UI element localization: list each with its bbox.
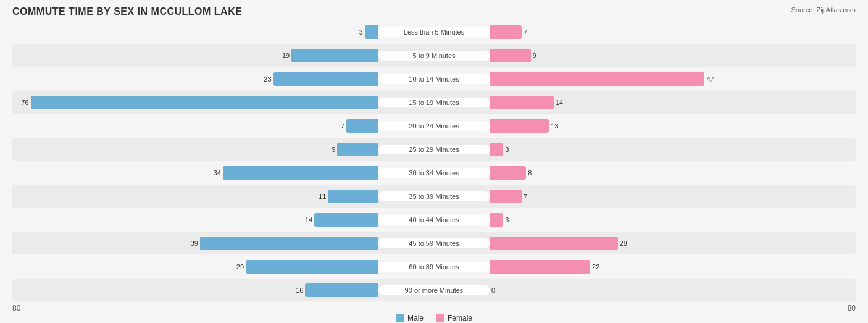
right-section-6: 8	[490, 162, 856, 184]
chart-title: COMMUTE TIME BY SEX IN MCCULLOM LAKE	[12, 6, 856, 17]
bars-wrapper: 7 20 to 24 Minutes 13	[12, 115, 856, 137]
female-bar-9: 28	[490, 237, 618, 250]
female-value-7: 7	[524, 193, 527, 200]
axis-bottom: 80 80	[12, 304, 856, 313]
female-value-3: 14	[556, 99, 563, 106]
bar-row: 39 45 to 59 Minutes 28	[12, 232, 856, 254]
bar-row: 7 20 to 24 Minutes 13	[12, 115, 856, 137]
row-label-0: Less than 5 Minutes	[378, 27, 490, 37]
female-bar-5: 3	[490, 143, 503, 156]
row-label-3: 15 to 19 Minutes	[378, 98, 490, 107]
row-label-4: 20 to 24 Minutes	[378, 121, 490, 131]
bar-row: 29 60 to 89 Minutes 22	[12, 256, 856, 278]
female-bar-7: 7	[490, 190, 522, 203]
male-bar-1: 19	[291, 49, 378, 62]
left-section-9: 39	[12, 232, 378, 254]
left-section-2: 23	[12, 68, 378, 90]
left-section-0: 3	[12, 21, 378, 43]
row-label-9: 45 to 59 Minutes	[378, 238, 490, 248]
left-section-1: 19	[12, 44, 378, 67]
left-section-10: 29	[12, 256, 378, 278]
legend-female-box	[436, 314, 444, 322]
female-value-4: 13	[551, 122, 558, 130]
right-section-3: 14	[490, 91, 856, 114]
bars-wrapper: 23 10 to 14 Minutes 47	[12, 68, 856, 90]
bar-row: 23 10 to 14 Minutes 47	[12, 68, 856, 90]
right-section-0: 7	[490, 21, 856, 43]
male-value-8: 14	[305, 216, 312, 224]
female-bar-4: 13	[490, 119, 549, 133]
right-section-7: 7	[490, 185, 856, 208]
left-section-11: 16	[12, 279, 378, 301]
male-bar-4: 7	[346, 119, 378, 133]
legend: Male Female	[12, 314, 856, 322]
bars-wrapper: 14 40 to 44 Minutes 3	[12, 209, 856, 231]
male-bar-0: 3	[365, 25, 378, 39]
chart-area: 3 Less than 5 Minutes 7 19 5 to 9 Minute…	[12, 21, 856, 301]
bars-wrapper: 3 Less than 5 Minutes 7	[12, 21, 856, 43]
female-value-9: 28	[620, 240, 627, 247]
legend-male-box	[396, 314, 404, 322]
male-bar-8: 14	[314, 213, 378, 227]
row-label-2: 10 to 14 Minutes	[378, 74, 490, 84]
bars-wrapper: 16 90 or more Minutes 0	[12, 279, 856, 301]
bar-row: 76 15 to 19 Minutes 14	[12, 91, 856, 114]
row-label-6: 30 to 34 Minutes	[378, 168, 490, 178]
female-bar-2: 47	[490, 72, 704, 86]
female-value-11: 0	[491, 287, 495, 294]
bar-row: 19 5 to 9 Minutes 9	[12, 44, 856, 67]
row-label-5: 25 to 29 Minutes	[378, 145, 490, 154]
bar-row: 11 35 to 39 Minutes 7	[12, 185, 856, 208]
bars-wrapper: 39 45 to 59 Minutes 28	[12, 232, 856, 254]
male-bar-7: 11	[328, 190, 378, 203]
female-value-0: 7	[524, 28, 527, 36]
female-bar-8: 3	[490, 213, 503, 227]
chart-container: COMMUTE TIME BY SEX IN MCCULLOM LAKE Sou…	[0, 0, 868, 323]
female-bar-1: 9	[490, 49, 531, 62]
left-section-3: 76	[12, 91, 378, 114]
legend-male-label: Male	[407, 314, 424, 322]
female-value-2: 47	[706, 75, 714, 83]
male-value-10: 29	[236, 263, 244, 271]
row-label-7: 35 to 39 Minutes	[378, 191, 490, 201]
legend-male: Male	[396, 314, 424, 322]
bar-row: 3 Less than 5 Minutes 7	[12, 21, 856, 43]
left-section-4: 7	[12, 115, 378, 137]
female-value-6: 8	[528, 169, 532, 177]
female-bar-3: 14	[490, 96, 554, 109]
male-bar-11: 16	[305, 283, 378, 297]
male-value-11: 16	[296, 287, 303, 294]
bars-wrapper: 29 60 to 89 Minutes 22	[12, 256, 856, 278]
bars-wrapper: 9 25 to 29 Minutes 3	[12, 138, 856, 161]
row-label-1: 5 to 9 Minutes	[378, 51, 490, 61]
row-label-8: 40 to 44 Minutes	[378, 215, 490, 225]
female-value-10: 22	[592, 263, 599, 271]
male-bar-6: 34	[223, 166, 378, 180]
bars-wrapper: 76 15 to 19 Minutes 14	[12, 91, 856, 114]
female-value-5: 3	[505, 146, 509, 153]
row-label-10: 60 to 89 Minutes	[378, 262, 490, 272]
female-value-8: 3	[505, 216, 509, 224]
male-bar-2: 23	[273, 72, 378, 86]
bar-row: 16 90 or more Minutes 0	[12, 279, 856, 301]
male-value-4: 7	[341, 122, 344, 130]
left-section-7: 11	[12, 185, 378, 208]
female-value-1: 9	[533, 52, 536, 59]
right-section-8: 3	[490, 209, 856, 231]
right-section-1: 9	[490, 44, 856, 67]
right-section-11: 0	[490, 279, 856, 301]
bar-row: 9 25 to 29 Minutes 3	[12, 138, 856, 161]
right-section-4: 13	[490, 115, 856, 137]
left-section-8: 14	[12, 209, 378, 231]
male-value-1: 19	[282, 52, 290, 59]
male-bar-10: 29	[246, 260, 378, 274]
male-value-2: 23	[264, 75, 271, 83]
bar-row: 14 40 to 44 Minutes 3	[12, 209, 856, 231]
male-value-9: 39	[191, 240, 198, 247]
female-bar-10: 22	[490, 260, 590, 274]
male-bar-3: 76	[31, 96, 378, 109]
female-bar-6: 8	[490, 166, 526, 180]
male-value-7: 11	[319, 193, 326, 200]
legend-female: Female	[436, 314, 472, 322]
source-label: Source: ZipAtlas.com	[791, 6, 856, 14]
